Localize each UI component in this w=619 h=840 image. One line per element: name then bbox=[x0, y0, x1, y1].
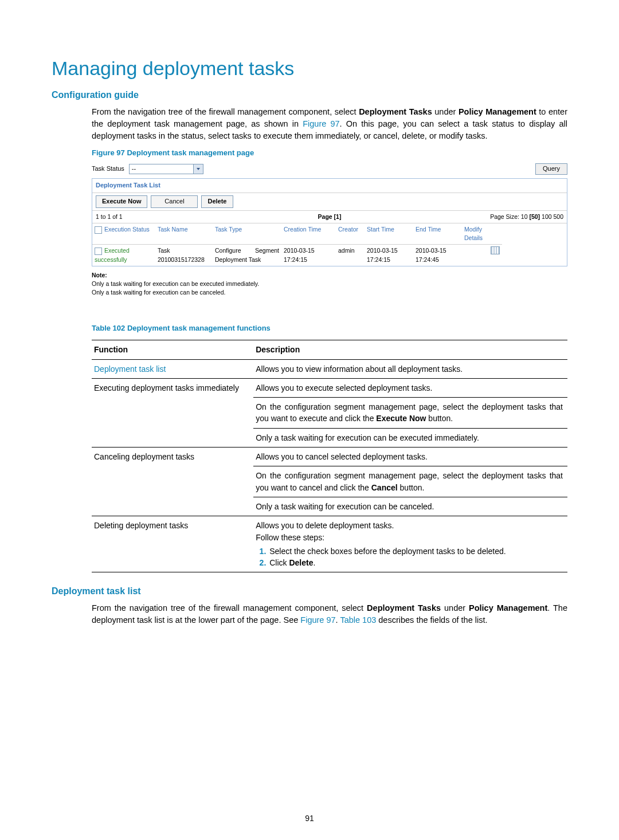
th-description: Description bbox=[253, 340, 567, 359]
cancel-button[interactable]: Cancel bbox=[151, 195, 198, 208]
section-deployment-task-list: Deployment task list bbox=[52, 586, 567, 596]
delete-step-1: Select the check boxes before the deploy… bbox=[268, 545, 563, 557]
cell-end-time: 2010-03-15 17:24:45 bbox=[413, 245, 462, 265]
delete-step-2: Click Delete. bbox=[268, 557, 563, 568]
desc-exec-2: On the configuration segment management … bbox=[253, 398, 567, 429]
page-title: Managing deployment tasks bbox=[52, 57, 567, 80]
chevron-down-icon bbox=[193, 164, 203, 174]
delete-button[interactable]: Delete bbox=[201, 195, 233, 208]
panel-title: Deployment Task List bbox=[92, 179, 567, 193]
figure-97-caption: Figure 97 Deployment task management pag… bbox=[92, 148, 567, 159]
cell-task-name: Task 20100315172328 bbox=[155, 245, 213, 265]
col-end-time: End Time bbox=[413, 223, 462, 245]
config-guide-paragraph: From the navigation tree of the firewall… bbox=[92, 106, 567, 142]
cell-start-time: 2010-03-15 17:24:15 bbox=[365, 245, 413, 265]
execute-now-button[interactable]: Execute Now bbox=[96, 195, 147, 208]
cell-creation-time: 2010-03-15 17:24:15 bbox=[281, 245, 336, 265]
table-102: Function Description Deployment task lis… bbox=[92, 340, 567, 572]
table-row: Executed successfully bbox=[92, 245, 155, 265]
func-cancel: Canceling deployment tasks bbox=[92, 448, 253, 516]
select-all-checkbox[interactable] bbox=[95, 226, 102, 234]
desc-cancel-2: On the configuration segment management … bbox=[253, 466, 567, 497]
col-task-name: Task Name bbox=[155, 223, 213, 245]
table-102-caption: Table 102 Deployment task management fun… bbox=[92, 323, 567, 334]
cell-creator: admin bbox=[336, 245, 365, 265]
deployment-task-list-paragraph: From the navigation tree of the firewall… bbox=[92, 602, 567, 626]
figure-97: Task Status -- Query Deployment Task Lis… bbox=[92, 163, 567, 297]
desc-cancel-3: Only a task waiting for execution can be… bbox=[253, 497, 567, 516]
col-creator: Creator bbox=[336, 223, 365, 245]
section-config-guide: Configuration guide bbox=[52, 90, 567, 100]
page-indicator: Page [1] bbox=[252, 213, 408, 221]
deployment-task-list-link[interactable]: Deployment task list bbox=[94, 364, 166, 374]
col-execution-status: Execution Status bbox=[92, 223, 155, 245]
row-checkbox[interactable] bbox=[95, 248, 102, 255]
col-modify-details: Modify Details bbox=[462, 223, 502, 245]
query-button[interactable]: Query bbox=[535, 163, 567, 175]
desc-deployment-task-list: Allows you to view information about all… bbox=[253, 359, 567, 378]
desc-delete: Allows you to delete deployment tasks. F… bbox=[253, 516, 567, 572]
figure-97-link[interactable]: Figure 97 bbox=[303, 119, 339, 128]
page-size: Page Size: 10 [50] 100 500 bbox=[408, 213, 563, 221]
details-icon[interactable] bbox=[491, 246, 500, 254]
func-delete: Deleting deployment tasks bbox=[92, 516, 253, 572]
th-function: Function bbox=[92, 340, 253, 359]
task-status-select[interactable]: -- bbox=[129, 164, 203, 174]
cell-details bbox=[462, 245, 502, 265]
task-status-label: Task Status bbox=[92, 164, 124, 174]
func-exec-immediately: Executing deployment tasks immediately bbox=[92, 378, 253, 447]
desc-exec-3: Only a task waiting for execution can be… bbox=[253, 428, 567, 447]
col-start-time: Start Time bbox=[365, 223, 413, 245]
col-task-type: Task Type bbox=[213, 223, 281, 245]
figure-97-link-2[interactable]: Figure 97 bbox=[300, 615, 335, 625]
table-103-link[interactable]: Table 103 bbox=[340, 615, 376, 625]
cell-task-type: Configure Segment Deployment Task bbox=[213, 245, 281, 265]
desc-cancel-1: Allows you to cancel selected deployment… bbox=[253, 448, 567, 466]
col-creation-time: Creation Time bbox=[281, 223, 336, 245]
page-number: 91 bbox=[0, 814, 619, 823]
desc-exec-1: Allows you to execute selected deploymen… bbox=[253, 378, 567, 397]
figure-note: Note: Only a task waiting for execution … bbox=[92, 271, 567, 297]
row-range: 1 to 1 of 1 bbox=[96, 213, 252, 221]
